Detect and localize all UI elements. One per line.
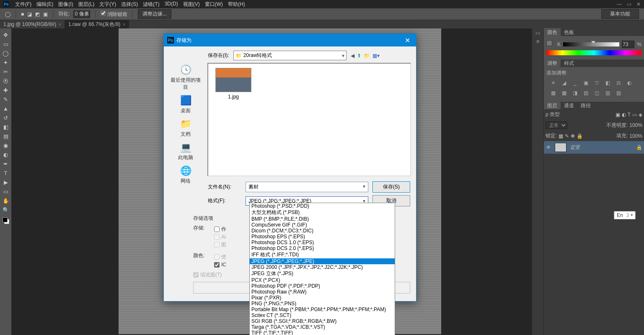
heal-tool-icon[interactable]: ✚ (1, 86, 11, 94)
lock-pix-icon[interactable]: ✎ (565, 133, 569, 139)
format-option[interactable]: JPEG (*.JPG;*.JPEG;*.JPE) (250, 258, 395, 264)
blend-mode-select[interactable]: 正常 (546, 121, 567, 129)
path-select-icon[interactable]: ▶ (1, 178, 11, 186)
lock-pos-icon[interactable]: ✥ (571, 133, 575, 139)
zoom-tool-icon[interactable]: 🔍 (1, 206, 11, 214)
menu-item[interactable]: 选择(S) (119, 1, 140, 8)
filename-input[interactable]: 素材▾ (246, 182, 368, 192)
filter-smart-icon[interactable]: ◈ (639, 112, 642, 118)
swatches-tab[interactable]: 色板 (561, 28, 577, 37)
format-option[interactable]: TIFF (*.TIF;*.TIFF) (250, 330, 395, 335)
layers-tab[interactable]: 图层 (544, 101, 561, 110)
format-option[interactable]: BMP (*.BMP;*.RLE;*.DIB) (250, 216, 395, 222)
sel-icon[interactable]: ▧ (614, 89, 623, 97)
visibility-icon[interactable]: 👁 (546, 144, 551, 150)
viewmenu-icon[interactable]: ▦▾ (372, 53, 380, 59)
crop-tool-icon[interactable]: ✂ (1, 67, 11, 76)
format-option[interactable]: Photoshop (*.PSD;*.PDD) (250, 203, 395, 209)
marquee-tool-icon[interactable]: ▭ (1, 40, 11, 48)
eyedropper-tool-icon[interactable]: ⦿ (1, 77, 11, 85)
eraser-tool-icon[interactable]: ◧ (1, 123, 11, 131)
format-option[interactable]: Targa (*.TGA;*.VDA;*.ICB;*.VST) (250, 324, 395, 330)
blur-tool-icon[interactable]: ◉ (1, 141, 11, 149)
file-list[interactable]: 1.jpg (207, 63, 411, 176)
type-tool-icon[interactable]: T (1, 169, 11, 177)
k-input[interactable] (622, 41, 634, 48)
filter-shape-icon[interactable]: ▭ (632, 112, 637, 118)
workspace-switcher[interactable]: 基本功能 (601, 9, 639, 19)
invert-icon[interactable]: ◨ (571, 89, 579, 97)
selmode-add-icon[interactable]: ◪ (27, 11, 32, 17)
menu-item[interactable]: 文件(F) (13, 1, 34, 8)
color-swap-icon[interactable] (2, 217, 10, 224)
history-brush-icon[interactable]: ↺ (1, 113, 11, 122)
hue-icon[interactable]: ◧ (603, 79, 612, 87)
menu-item[interactable]: 3D(D) (162, 1, 181, 8)
maximize-icon[interactable]: ▭ (627, 1, 631, 7)
lock-all-icon[interactable]: 🔒 (577, 133, 583, 139)
hand-tool-icon[interactable]: ✋ (1, 196, 11, 205)
menu-item[interactable]: 图像(I) (56, 1, 75, 8)
brightness-icon[interactable]: ☀ (549, 79, 557, 87)
places-item[interactable]: 💻此电脑 (169, 142, 202, 161)
format-option[interactable]: SGI RGB (*.SGI;*.RGB;*.RGBA;*.BW) (250, 318, 395, 324)
filter-type-icon[interactable]: T (628, 112, 631, 118)
lasso-tool-icon[interactable]: ◯ (1, 49, 11, 57)
styles-tab[interactable]: 样式 (561, 59, 577, 68)
save-button[interactable]: 保存(S) (372, 181, 410, 193)
format-option[interactable]: Scitex CT (*.SCT) (250, 312, 395, 318)
vibrance-icon[interactable]: ▽ (592, 79, 601, 87)
curves-icon[interactable]: ⎯ (571, 79, 579, 87)
properties-panel-icon[interactable]: ≡ (536, 39, 539, 44)
selmode-sub-icon[interactable]: ◩ (35, 11, 40, 17)
up-icon[interactable]: ⬆ (357, 53, 361, 59)
format-option[interactable]: PNG (*.PNG;*.PNS) (250, 301, 395, 307)
format-option[interactable]: Photoshop Raw (*.RAW) (250, 289, 395, 295)
location-combo[interactable]: 📁 20raw转格式 ▾ (233, 51, 347, 60)
close-icon[interactable]: ✕ (636, 1, 641, 7)
pen-tool-icon[interactable]: ✒ (1, 160, 11, 168)
feather-input[interactable] (73, 10, 90, 18)
move-tool-icon[interactable]: ✥ (1, 31, 11, 39)
document-tab[interactable]: 1.raw @ 66.7%(灰色/8)× (65, 20, 129, 29)
places-item[interactable]: 🟦桌面 (169, 95, 202, 114)
wand-tool-icon[interactable]: ✦ (1, 58, 11, 67)
adjustments-tab[interactable]: 调整 (544, 59, 561, 68)
menu-item[interactable]: 图层(L) (76, 1, 97, 8)
format-dropdown[interactable]: Photoshop (*.PSD;*.PDD)大型文档格式 (*.PSB)BMP… (249, 203, 395, 335)
color-tab[interactable]: 颜色 (544, 28, 561, 37)
file-item[interactable]: 1.jpg (212, 68, 254, 100)
filter-img-icon[interactable]: ▣ (616, 112, 620, 118)
paths-tab[interactable]: 路径 (577, 101, 594, 110)
back-icon[interactable]: ◀ (351, 53, 354, 59)
ime-indicator[interactable]: En☽• (614, 211, 636, 219)
lock-trans-icon[interactable]: ▦ (559, 133, 563, 139)
dialog-close-icon[interactable]: ✕ (402, 36, 413, 44)
menu-item[interactable]: 帮助(H) (225, 1, 248, 8)
channels-tab[interactable]: 通道 (561, 101, 577, 110)
ascopy-checkbox[interactable]: 作 (214, 226, 226, 233)
brush-tool-icon[interactable]: ✎ (1, 95, 11, 103)
antialias-toggle[interactable]: 消除锯齿 (101, 10, 127, 18)
refine-edge-button[interactable]: 调整边缘... (138, 9, 171, 19)
places-item[interactable]: 📁文档 (169, 119, 202, 138)
newfolder-icon[interactable]: 📁 (364, 53, 370, 59)
shape-tool-icon[interactable]: ▭ (1, 187, 11, 196)
format-option[interactable]: Photoshop DCS 2.0 (*.EPS) (250, 245, 395, 251)
exposure-icon[interactable]: ▣ (582, 79, 590, 87)
places-item[interactable]: 🕓最近使用的项目 (169, 64, 202, 91)
tab-close-icon[interactable]: × (59, 22, 61, 27)
k-slider[interactable] (563, 42, 619, 46)
format-option[interactable]: Photoshop DCS 1.0 (*.EPS) (250, 240, 395, 245)
minimize-icon[interactable]: — (617, 1, 622, 7)
grad-icon[interactable]: ▥ (603, 89, 612, 97)
menu-item[interactable]: 视图(V) (181, 1, 202, 8)
format-option[interactable]: 大型文档格式 (*.PSB) (250, 209, 395, 216)
menu-item[interactable]: 文字(Y) (97, 1, 119, 8)
format-option[interactable]: PCX (*.PCX) (250, 277, 395, 283)
format-option[interactable]: Photoshop PDF (*.PDF;*.PDP) (250, 283, 395, 289)
menu-item[interactable]: 编辑(E) (34, 1, 56, 8)
gradient-tool-icon[interactable]: ▤ (1, 132, 11, 140)
dodge-tool-icon[interactable]: ◐ (1, 150, 11, 159)
fill-value[interactable]: 100% (629, 133, 642, 139)
